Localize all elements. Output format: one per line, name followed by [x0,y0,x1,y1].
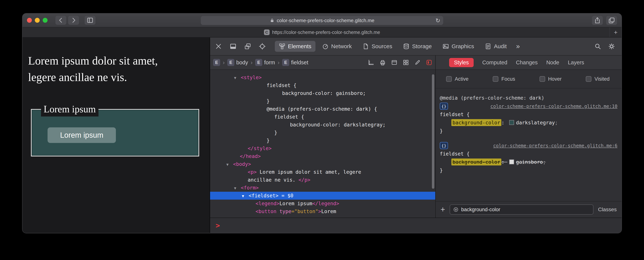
css-property-name[interactable]: background-color [451,159,501,166]
close-window-button[interactable] [27,18,32,23]
dom-line[interactable]: <button type="button">Lorem [210,207,435,215]
url-bar[interactable]: color-scheme-prefers-color-scheme.glitch… [201,16,443,25]
devtools-tab-label: Audit [494,43,506,50]
chevron-right-icon: › [277,59,280,66]
breadcrumb-item[interactable]: E [213,59,220,66]
pseudo-toggle-visited[interactable]: Visited [586,76,610,82]
classes-button[interactable]: Classes [598,207,617,213]
dom-line[interactable]: } [210,97,435,105]
detach-icon[interactable] [244,43,251,50]
search-icon[interactable] [594,43,601,50]
dom-line[interactable]: <p> Lorem ipsum dolor sit amet, legere [210,168,435,176]
print-icon[interactable] [380,59,386,66]
dom-line[interactable]: @media (prefers-color-scheme: dark) { [210,105,435,113]
css-property-value[interactable]: gainsboro [516,159,543,165]
dom-line[interactable]: fieldset { [210,113,435,121]
rule-source-link[interactable]: color-scheme-prefers-color-scheme.glitch… [490,103,618,109]
dom-line[interactable]: ancillae ne vis. </p> [210,176,435,184]
share-icon [594,17,601,24]
dock-bottom-icon[interactable] [230,43,237,50]
dom-line[interactable]: fieldset { [210,81,435,89]
elements-icon [279,43,285,50]
breadcrumb-item-form[interactable]: Eform [255,59,275,66]
chevron-right-icon: › [250,59,253,66]
dom-line[interactable]: </style> [210,145,435,152]
devtools-tab-storage[interactable]: Storage [399,41,436,52]
element-picker-icon[interactable] [426,59,432,66]
rule-selector: fieldset { [440,150,618,158]
edit-icon[interactable] [414,59,421,66]
dom-line[interactable]: background-color: gainsboro; [210,89,435,97]
rule-source-link[interactable]: color-scheme-prefers-color-scheme.glitch… [493,143,618,148]
gear-icon[interactable] [608,43,615,50]
checkbox[interactable] [493,76,498,82]
rule-header: {}color-scheme-prefers-color-scheme.glit… [440,142,618,150]
dom-line[interactable]: ▼<body> [210,160,435,168]
layout-icon[interactable] [391,59,398,66]
page-legend: Lorem ipsum [41,102,98,116]
url-text: color-scheme-prefers-color-scheme.glitch… [277,18,374,24]
forward-button[interactable] [68,16,79,25]
rule-braces-icon[interactable]: {} [440,142,448,149]
checkbox[interactable] [446,76,452,82]
devtools-tab-audit[interactable]: Audit [481,41,511,52]
more-tabs-button[interactable]: » [516,42,520,50]
zoom-window-button[interactable] [43,18,48,23]
devtools-tab-sources[interactable]: Sources [358,41,396,52]
css-property-value[interactable]: darkslategray [516,120,555,125]
pseudo-label: Visited [594,76,610,82]
devtools-tab-elements[interactable]: Elements [275,41,316,52]
style-rules: @media (prefers-color-scheme: dark){}col… [436,88,622,201]
dom-line[interactable]: background-color: darkslategray; [210,121,435,129]
show-tabs-button[interactable] [606,16,617,25]
tab-bar[interactable]: C https://color-scheme-prefers-color-sch… [22,27,622,38]
rule-close-brace: } [440,127,618,135]
inspect-target-icon[interactable] [259,43,266,50]
css-property-line[interactable]: background-color: gainsboro; [440,158,618,166]
rule-braces-icon[interactable]: {} [440,103,448,110]
sidebar-tab-node[interactable]: Node [546,59,559,66]
titlebar-actions [592,16,617,25]
page-button[interactable]: Lorem ipsum [48,127,116,143]
pseudo-toggle-hover[interactable]: Hover [540,76,562,82]
dom-line[interactable]: </head> [210,152,435,160]
breadcrumb-item-body[interactable]: Ebody [227,59,248,66]
color-swatch[interactable] [509,160,514,164]
reload-button[interactable]: ↻ [436,16,440,25]
console-prompt-row[interactable]: > [210,218,622,233]
checkbox[interactable] [586,76,592,82]
rule-header: {}color-scheme-prefers-color-scheme.glit… [440,102,618,110]
back-button[interactable] [56,16,66,25]
dom-line[interactable]: } [210,129,435,137]
close-devtools-icon[interactable] [215,43,222,50]
css-property-line[interactable]: background-color: darkslategray; [440,118,618,127]
new-tab-button[interactable]: + [610,27,622,37]
pseudo-toggle-focus[interactable]: Focus [493,76,515,82]
dom-line-selected[interactable]: ▼<fieldset> = $0 [210,192,435,200]
styles-filter-input[interactable]: background-color [450,204,594,215]
add-rule-button[interactable]: + [440,206,445,213]
dom-scrollbar[interactable] [432,74,434,189]
breadcrumb-item-fieldset[interactable]: Efieldset [282,59,308,66]
sidebar-tab-layers[interactable]: Layers [568,59,584,66]
dom-line[interactable]: } [210,137,435,145]
color-swatch[interactable] [509,120,514,125]
element-badge: E [255,59,262,66]
sidebar-tab-computed[interactable]: Computed [482,59,507,66]
css-property-name[interactable]: background-color [451,119,501,126]
sidebar-tab-changes[interactable]: Changes [516,59,538,66]
share-button[interactable] [592,16,603,25]
rulers-icon[interactable] [368,59,374,66]
devtools-tab-graphics[interactable]: Graphics [438,41,478,52]
devtools-tab-network[interactable]: Network [318,41,356,52]
minimize-window-button[interactable] [35,18,40,23]
page-fieldset: Lorem ipsum Lorem ipsum [31,109,199,157]
pseudo-toggle-active[interactable]: Active [446,76,468,82]
checkbox[interactable] [540,76,545,82]
dom-line[interactable]: ▼<style> [210,74,435,81]
sidebar-toggle-button[interactable] [84,16,96,25]
dom-line[interactable]: ▼<form> [210,184,435,192]
sidebar-tab-styles[interactable]: Styles [449,58,474,67]
dom-line[interactable]: <legend>Lorem ipsum</legend> [210,200,435,207]
grid-icon[interactable] [403,59,409,66]
